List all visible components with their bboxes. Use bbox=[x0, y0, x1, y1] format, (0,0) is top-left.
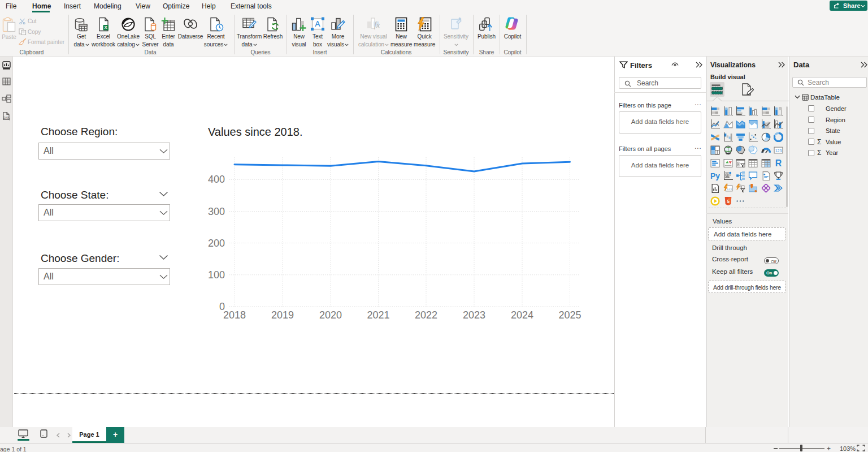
svg-text:2023: 2023 bbox=[463, 309, 485, 321]
svg-text:100: 100 bbox=[208, 269, 225, 281]
svg-text:A: A bbox=[315, 19, 320, 28]
svg-text:X: X bbox=[105, 25, 108, 30]
svg-text:2018: 2018 bbox=[223, 309, 246, 321]
svg-text:5: 5 bbox=[727, 199, 730, 204]
svg-text:400: 400 bbox=[208, 174, 225, 185]
svg-text:R: R bbox=[775, 158, 782, 168]
svg-text:200: 200 bbox=[208, 238, 225, 249]
svg-text:2022: 2022 bbox=[415, 309, 437, 321]
svg-text:2019: 2019 bbox=[271, 309, 294, 321]
svg-text:2021: 2021 bbox=[367, 309, 389, 321]
svg-text:2024: 2024 bbox=[511, 309, 533, 321]
svg-text:Py: Py bbox=[710, 171, 720, 180]
svg-text:300: 300 bbox=[208, 206, 225, 217]
svg-text:123: 123 bbox=[727, 187, 732, 191]
svg-text:123: 123 bbox=[775, 149, 782, 153]
svg-text:2020: 2020 bbox=[319, 309, 342, 321]
svg-text:DAX: DAX bbox=[3, 116, 9, 119]
svg-text:fx: fx bbox=[374, 21, 380, 29]
svg-text:2025: 2025 bbox=[558, 309, 581, 321]
